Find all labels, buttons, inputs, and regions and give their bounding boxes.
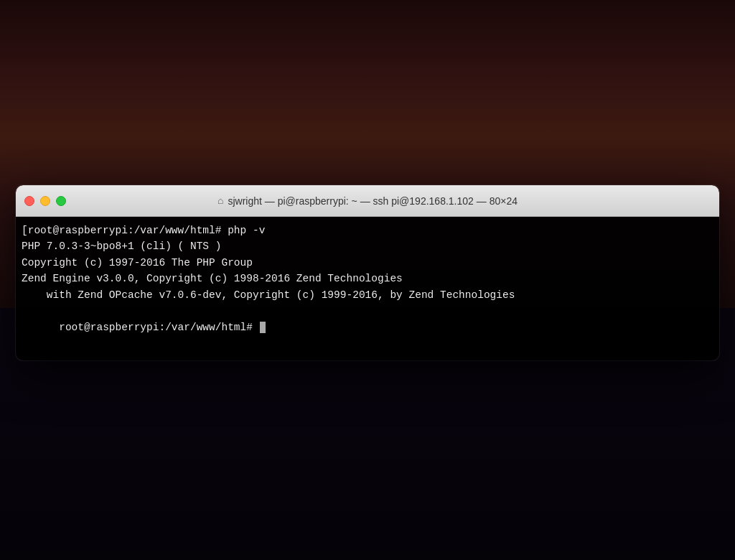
terminal-body[interactable]: [root@raspberrypi:/var/www/html# php -v … xyxy=(16,217,719,360)
close-button[interactable] xyxy=(24,196,34,206)
terminal-prompt-line: root@raspberrypi:/var/www/html# xyxy=(22,303,711,351)
terminal-line-1: [root@raspberrypi:/var/www/html# php -v xyxy=(22,223,711,238)
home-icon: ⌂ xyxy=(217,195,223,207)
window-controls xyxy=(24,196,66,206)
title-bar: ⌂ sjwright — pi@raspberrypi: ~ — ssh pi@… xyxy=(16,185,719,217)
title-bar-center: ⌂ sjwright — pi@raspberrypi: ~ — ssh pi@… xyxy=(217,195,518,207)
minimize-button[interactable] xyxy=(40,196,50,206)
terminal-cursor xyxy=(260,322,266,333)
prompt-text: root@raspberrypi:/var/www/html# xyxy=(59,322,258,333)
terminal-line-5: with Zend OPcache v7.0.6-dev, Copyright … xyxy=(22,287,711,303)
terminal-window: ⌂ sjwright — pi@raspberrypi: ~ — ssh pi@… xyxy=(16,185,719,360)
terminal-line-2: PHP 7.0.3-3~bpo8+1 (cli) ( NTS ) xyxy=(22,238,711,254)
maximize-button[interactable] xyxy=(56,196,66,206)
window-title: sjwright — pi@raspberrypi: ~ — ssh pi@19… xyxy=(228,195,518,207)
terminal-line-3: Copyright (c) 1997-2016 The PHP Group xyxy=(22,255,711,271)
terminal-line-4: Zend Engine v3.0.0, Copyright (c) 1998-2… xyxy=(22,271,711,286)
